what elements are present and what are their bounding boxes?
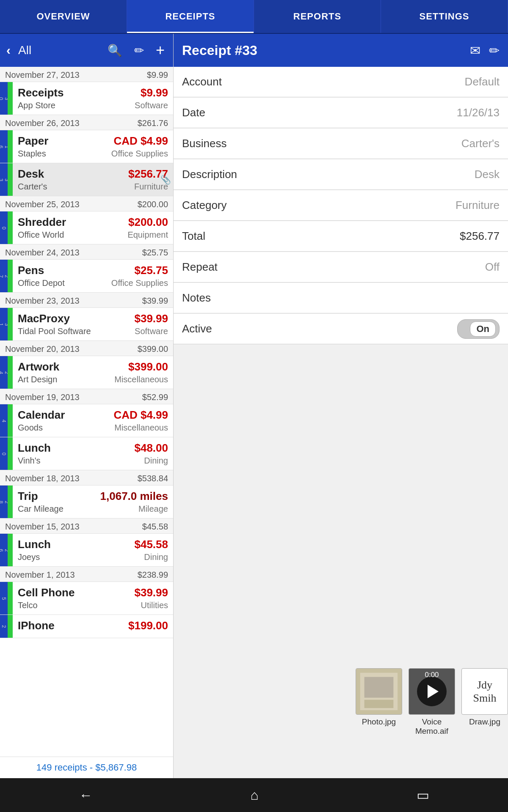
signature-thumbnail: JdySmih xyxy=(461,668,508,715)
email-icon[interactable]: ✉ xyxy=(470,43,480,58)
top-navigation: OVERVIEW RECEIPTS REPORTS SETTINGS xyxy=(0,0,508,34)
search-icon[interactable]: 🔍 xyxy=(105,41,124,60)
home-nav-button[interactable]: ⌂ xyxy=(237,783,271,807)
photo-label: Photo.jpg xyxy=(362,717,396,727)
category-bar xyxy=(8,356,13,389)
edit-icon[interactable]: ✏ xyxy=(132,41,146,60)
category-bar xyxy=(8,582,13,614)
attachments-section: Photo.jpg 0:00 Voice Memo.aif JdySmih Dr… xyxy=(347,660,508,744)
date-header: November 15, 2013 $45.58 xyxy=(0,518,173,534)
add-button[interactable]: + xyxy=(154,39,167,61)
list-item[interactable]: 33 Desk $256.77 Carter's Furniture 📎 xyxy=(0,163,173,196)
date-header: November 27, 2013 $9.99 xyxy=(0,67,173,82)
voice-label: Voice Memo.aif xyxy=(409,717,455,736)
detail-field-date: Date 11/26/13 xyxy=(174,98,508,128)
detail-header: Receipt #33 ✉ ✏ xyxy=(174,34,508,67)
category-bar xyxy=(8,82,13,115)
detail-field-description: Description Desk xyxy=(174,159,508,190)
recent-nav-button[interactable]: ▭ xyxy=(404,783,442,807)
detail-field-notes: Notes xyxy=(174,283,508,313)
back-nav-button[interactable]: ← xyxy=(66,783,105,807)
voice-thumbnail: 0:00 xyxy=(409,668,455,715)
list-item[interactable]: 24 Artwork $399.00 Art Design Miscellane… xyxy=(0,356,173,389)
category-bar xyxy=(8,534,13,566)
tab-reports[interactable]: REPORTS xyxy=(254,0,381,33)
detail-field-active: Active On xyxy=(174,314,508,344)
detail-field-account: Account Default xyxy=(174,67,508,97)
date-header: November 19, 2013 $52.99 xyxy=(0,389,173,404)
tab-receipts[interactable]: RECEIPTS xyxy=(127,0,254,33)
date-header: November 24, 2013 $25.75 xyxy=(0,244,173,260)
svg-rect-3 xyxy=(364,700,394,708)
bottom-navigation: ← ⌂ ▭ xyxy=(0,778,508,812)
receipt-title: Receipt #33 xyxy=(182,43,470,58)
date-header: November 26, 2013 $261.76 xyxy=(0,115,173,130)
list-item[interactable]: 30 Receipts $9.99 App Store Software xyxy=(0,82,173,115)
category-bar xyxy=(8,437,13,470)
list-footer: 149 receipts - $5,867.98 xyxy=(0,757,173,778)
category-bar xyxy=(8,404,13,437)
detail-field-total: Total $256.77 xyxy=(174,221,508,252)
receipt-detail-panel: Receipt #33 ✉ ✏ Account Default Date 11/… xyxy=(174,34,508,778)
date-header: November 18, 2013 $538.84 xyxy=(0,470,173,486)
category-bar xyxy=(8,260,13,292)
date-header: November 25, 2013 $200.00 xyxy=(0,196,173,211)
tab-settings[interactable]: SETTINGS xyxy=(381,0,508,33)
list-item[interactable]: 31 MacProxy $39.99 Tidal Pool Software S… xyxy=(0,308,173,341)
category-bar xyxy=(8,308,13,340)
list-item[interactable]: 154 Cell Phone $39.99 Telco Utilities xyxy=(0,582,173,615)
detail-field-repeat: Repeat Off xyxy=(174,252,508,283)
toggle-on-label: On xyxy=(470,321,496,337)
list-item[interactable]: 108 Shredder $200.00 Office World Equipm… xyxy=(0,211,173,244)
category-bar xyxy=(8,486,13,518)
list-item[interactable]: 107 Lunch $48.00 Vinh's Dining xyxy=(0,437,173,470)
signature-label: Draw.jpg xyxy=(469,717,500,727)
list-item[interactable]: 2 IPhone $199.00 xyxy=(0,615,173,638)
tab-overview[interactable]: OVERVIEW xyxy=(0,0,127,33)
category-bar xyxy=(8,163,13,196)
receipts-list-panel: ‹ All 🔍 ✏ + November 27, 2013 $9.99 30 R… xyxy=(0,34,174,778)
category-bar xyxy=(8,615,13,638)
list-item[interactable]: 26 Lunch $45.58 Joeys Dining xyxy=(0,534,173,567)
detail-field-category: Category Furniture xyxy=(174,190,508,221)
main-content: ‹ All 🔍 ✏ + November 27, 2013 $9.99 30 R… xyxy=(0,34,508,778)
attachment-photo[interactable]: Photo.jpg xyxy=(356,668,402,736)
date-header: November 23, 2013 $39.99 xyxy=(0,293,173,308)
detail-field-business: Business Carter's xyxy=(174,129,508,159)
list-item[interactable]: 145 Calendar CAD $4.99 Goods Miscellaneo… xyxy=(0,404,173,437)
photo-thumbnail xyxy=(356,668,402,715)
receipts-list: November 27, 2013 $9.99 30 Receipts $9.9… xyxy=(0,67,173,757)
svg-rect-2 xyxy=(364,677,394,698)
active-toggle[interactable]: On xyxy=(457,319,500,339)
attachment-signature[interactable]: JdySmih Draw.jpg xyxy=(461,668,508,736)
category-bar xyxy=(8,130,13,163)
date-header: November 20, 2013 $399.00 xyxy=(0,341,173,356)
category-bar xyxy=(8,211,13,244)
list-item[interactable]: 28 Trip 1,067.0 miles Car Mileage Mileag… xyxy=(0,486,173,518)
attachment-voice[interactable]: 0:00 Voice Memo.aif xyxy=(409,668,455,736)
list-item[interactable]: 16 Paper CAD $4.99 Staples Office Suppli… xyxy=(0,130,173,163)
edit-receipt-icon[interactable]: ✏ xyxy=(489,43,500,58)
attachment-icon: 📎 xyxy=(160,175,171,185)
back-button[interactable]: ‹ xyxy=(6,43,11,58)
date-header: November 1, 2013 $238.99 xyxy=(0,567,173,582)
all-label[interactable]: All xyxy=(18,44,31,57)
list-item[interactable]: 27 Pens $25.75 Office Depot Office Suppl… xyxy=(0,260,173,293)
list-header: ‹ All 🔍 ✏ + xyxy=(0,34,173,67)
